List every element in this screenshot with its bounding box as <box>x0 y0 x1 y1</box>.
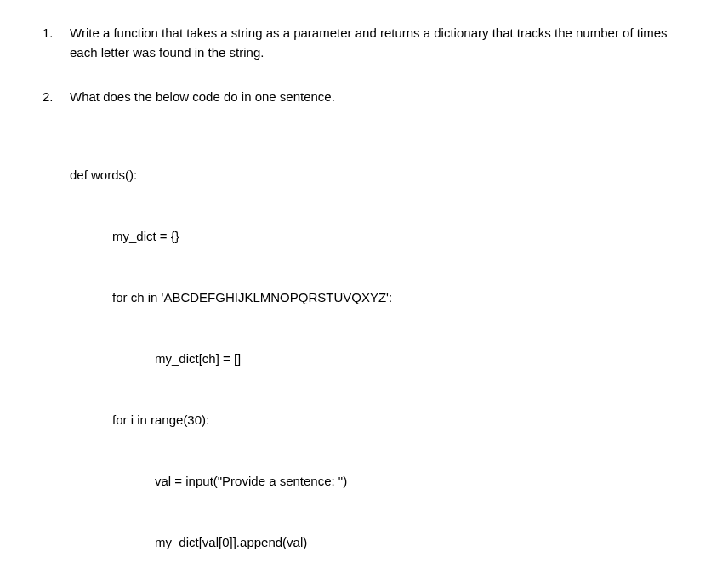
question-item-2: What does the below code do in one sente… <box>43 88 685 580</box>
code-line: my_dict[ch] = [] <box>70 349 685 369</box>
question-list: Write a function that takes a string as … <box>43 24 685 580</box>
code-line: my_dict = {} <box>70 226 685 247</box>
code-block: def words(): my_dict = {} for ch in 'ABC… <box>70 124 685 581</box>
code-line: for ch in 'ABCDEFGHIJKLMNOPQRSTUVQXYZ': <box>70 287 685 308</box>
code-line: my_dict[val[0]].append(val) <box>70 532 685 553</box>
code-line: val = input("Provide a sentence: ") <box>70 471 685 492</box>
question-text: What does the below code do in one sente… <box>70 88 685 107</box>
question-text: Write a function that takes a string as … <box>70 24 685 62</box>
code-line: for i in range(30): <box>70 410 685 430</box>
code-line: def words(): <box>70 165 685 185</box>
question-item-1: Write a function that takes a string as … <box>43 24 685 62</box>
